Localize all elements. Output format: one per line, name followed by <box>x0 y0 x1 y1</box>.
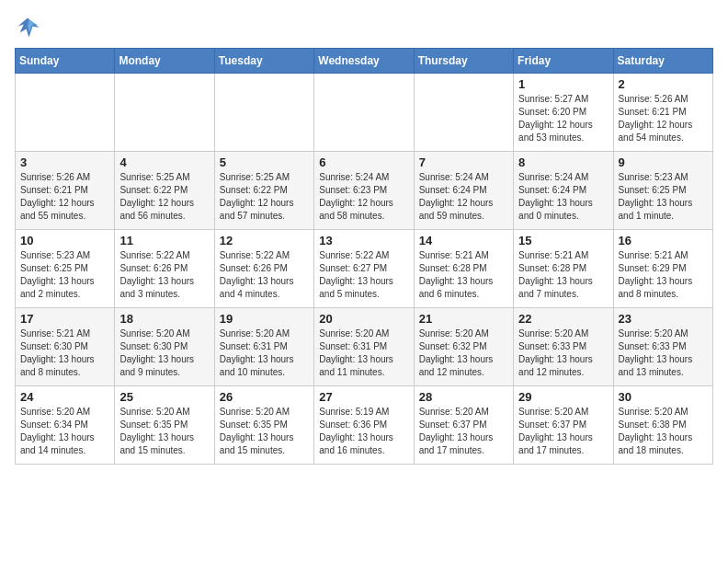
calendar-cell: 4Sunrise: 5:25 AM Sunset: 6:22 PM Daylig… <box>115 152 214 230</box>
day-number: 23 <box>619 312 708 326</box>
header-thursday: Thursday <box>414 49 513 74</box>
calendar-cell <box>115 74 214 152</box>
day-detail: Sunrise: 5:22 AM Sunset: 6:26 PM Dayligh… <box>220 249 309 301</box>
day-detail: Sunrise: 5:23 AM Sunset: 6:25 PM Dayligh… <box>619 171 708 223</box>
day-detail: Sunrise: 5:20 AM Sunset: 6:32 PM Dayligh… <box>419 327 508 379</box>
header-wednesday: Wednesday <box>314 49 414 74</box>
calendar-cell: 18Sunrise: 5:20 AM Sunset: 6:30 PM Dayli… <box>115 308 214 386</box>
calendar-cell: 1Sunrise: 5:27 AM Sunset: 6:20 PM Daylig… <box>514 74 613 152</box>
header-saturday: Saturday <box>613 49 712 74</box>
day-detail: Sunrise: 5:22 AM Sunset: 6:26 PM Dayligh… <box>119 249 209 301</box>
day-detail: Sunrise: 5:20 AM Sunset: 6:33 PM Dayligh… <box>619 327 708 379</box>
calendar-cell: 20Sunrise: 5:20 AM Sunset: 6:31 PM Dayli… <box>314 308 414 386</box>
week-row-1: 1Sunrise: 5:27 AM Sunset: 6:20 PM Daylig… <box>16 74 713 152</box>
day-detail: Sunrise: 5:26 AM Sunset: 6:21 PM Dayligh… <box>20 171 109 223</box>
week-row-2: 3Sunrise: 5:26 AM Sunset: 6:21 PM Daylig… <box>16 152 713 230</box>
day-detail: Sunrise: 5:25 AM Sunset: 6:22 PM Dayligh… <box>220 171 309 223</box>
calendar-cell: 24Sunrise: 5:20 AM Sunset: 6:34 PM Dayli… <box>16 386 115 465</box>
logo-bird-icon <box>15 15 40 40</box>
day-number: 2 <box>619 77 708 91</box>
day-number: 20 <box>319 312 408 326</box>
day-number: 13 <box>319 234 408 247</box>
calendar-cell: 29Sunrise: 5:20 AM Sunset: 6:37 PM Dayli… <box>514 386 613 465</box>
calendar-cell: 13Sunrise: 5:22 AM Sunset: 6:27 PM Dayli… <box>314 230 414 308</box>
day-number: 9 <box>619 155 708 169</box>
day-detail: Sunrise: 5:20 AM Sunset: 6:31 PM Dayligh… <box>319 327 408 379</box>
day-number: 28 <box>419 390 508 404</box>
calendar-table: SundayMondayTuesdayWednesdayThursdayFrid… <box>15 48 713 465</box>
calendar-cell: 23Sunrise: 5:20 AM Sunset: 6:33 PM Dayli… <box>613 308 712 386</box>
header-tuesday: Tuesday <box>214 49 313 74</box>
calendar-cell: 30Sunrise: 5:20 AM Sunset: 6:38 PM Dayli… <box>613 386 712 465</box>
day-number: 8 <box>518 155 608 169</box>
day-detail: Sunrise: 5:22 AM Sunset: 6:27 PM Dayligh… <box>319 249 408 301</box>
day-detail: Sunrise: 5:21 AM Sunset: 6:28 PM Dayligh… <box>419 249 508 301</box>
calendar-cell: 16Sunrise: 5:21 AM Sunset: 6:29 PM Dayli… <box>613 230 712 308</box>
calendar-cell: 12Sunrise: 5:22 AM Sunset: 6:26 PM Dayli… <box>214 230 313 308</box>
calendar-cell: 27Sunrise: 5:19 AM Sunset: 6:36 PM Dayli… <box>314 386 414 465</box>
day-number: 22 <box>518 312 608 326</box>
day-number: 15 <box>518 234 608 247</box>
day-detail: Sunrise: 5:24 AM Sunset: 6:23 PM Dayligh… <box>319 171 408 223</box>
week-row-3: 10Sunrise: 5:23 AM Sunset: 6:25 PM Dayli… <box>16 230 713 308</box>
calendar-cell: 28Sunrise: 5:20 AM Sunset: 6:37 PM Dayli… <box>414 386 513 465</box>
day-number: 10 <box>20 234 109 247</box>
day-detail: Sunrise: 5:24 AM Sunset: 6:24 PM Dayligh… <box>419 171 508 223</box>
day-number: 4 <box>119 155 209 169</box>
day-number: 25 <box>119 390 209 404</box>
calendar-cell: 7Sunrise: 5:24 AM Sunset: 6:24 PM Daylig… <box>414 152 513 230</box>
day-number: 19 <box>220 312 309 326</box>
calendar-cell: 8Sunrise: 5:24 AM Sunset: 6:24 PM Daylig… <box>514 152 613 230</box>
day-number: 30 <box>619 390 708 404</box>
calendar-cell <box>16 74 115 152</box>
day-number: 3 <box>20 155 109 169</box>
day-number: 16 <box>619 234 708 247</box>
day-detail: Sunrise: 5:24 AM Sunset: 6:24 PM Dayligh… <box>518 171 608 223</box>
calendar-header-row: SundayMondayTuesdayWednesdayThursdayFrid… <box>16 49 713 74</box>
calendar-cell <box>314 74 414 152</box>
day-detail: Sunrise: 5:19 AM Sunset: 6:36 PM Dayligh… <box>319 406 408 457</box>
day-detail: Sunrise: 5:20 AM Sunset: 6:35 PM Dayligh… <box>220 406 309 457</box>
calendar-cell <box>414 74 513 152</box>
calendar-cell: 17Sunrise: 5:21 AM Sunset: 6:30 PM Dayli… <box>16 308 115 386</box>
calendar-cell: 3Sunrise: 5:26 AM Sunset: 6:21 PM Daylig… <box>16 152 115 230</box>
day-detail: Sunrise: 5:20 AM Sunset: 6:38 PM Dayligh… <box>619 406 708 457</box>
calendar-cell: 25Sunrise: 5:20 AM Sunset: 6:35 PM Dayli… <box>115 386 214 465</box>
day-detail: Sunrise: 5:27 AM Sunset: 6:20 PM Dayligh… <box>518 93 608 144</box>
day-detail: Sunrise: 5:25 AM Sunset: 6:22 PM Dayligh… <box>119 171 209 223</box>
calendar-cell: 21Sunrise: 5:20 AM Sunset: 6:32 PM Dayli… <box>414 308 513 386</box>
calendar-cell: 2Sunrise: 5:26 AM Sunset: 6:21 PM Daylig… <box>613 74 712 152</box>
day-number: 7 <box>419 155 508 169</box>
calendar-cell: 6Sunrise: 5:24 AM Sunset: 6:23 PM Daylig… <box>314 152 414 230</box>
day-detail: Sunrise: 5:20 AM Sunset: 6:35 PM Dayligh… <box>119 406 209 457</box>
week-row-5: 24Sunrise: 5:20 AM Sunset: 6:34 PM Dayli… <box>16 386 713 465</box>
day-number: 14 <box>419 234 508 247</box>
logo <box>15 15 44 40</box>
calendar-cell: 19Sunrise: 5:20 AM Sunset: 6:31 PM Dayli… <box>214 308 313 386</box>
day-number: 18 <box>119 312 209 326</box>
day-detail: Sunrise: 5:21 AM Sunset: 6:29 PM Dayligh… <box>619 249 708 301</box>
day-detail: Sunrise: 5:26 AM Sunset: 6:21 PM Dayligh… <box>619 93 708 144</box>
calendar-cell <box>214 74 313 152</box>
day-number: 21 <box>419 312 508 326</box>
day-number: 12 <box>220 234 309 247</box>
calendar-cell: 9Sunrise: 5:23 AM Sunset: 6:25 PM Daylig… <box>613 152 712 230</box>
day-detail: Sunrise: 5:20 AM Sunset: 6:30 PM Dayligh… <box>119 327 209 379</box>
day-number: 11 <box>119 234 209 247</box>
day-number: 27 <box>319 390 408 404</box>
calendar-cell: 26Sunrise: 5:20 AM Sunset: 6:35 PM Dayli… <box>214 386 313 465</box>
day-detail: Sunrise: 5:20 AM Sunset: 6:33 PM Dayligh… <box>518 327 608 379</box>
day-detail: Sunrise: 5:21 AM Sunset: 6:28 PM Dayligh… <box>518 249 608 301</box>
day-number: 1 <box>518 77 608 91</box>
day-number: 5 <box>220 155 309 169</box>
day-number: 29 <box>518 390 608 404</box>
day-number: 17 <box>20 312 109 326</box>
day-number: 24 <box>20 390 109 404</box>
week-row-4: 17Sunrise: 5:21 AM Sunset: 6:30 PM Dayli… <box>16 308 713 386</box>
header-sunday: Sunday <box>16 49 115 74</box>
day-number: 26 <box>220 390 309 404</box>
calendar-cell: 11Sunrise: 5:22 AM Sunset: 6:26 PM Dayli… <box>115 230 214 308</box>
day-number: 6 <box>319 155 408 169</box>
calendar-cell: 15Sunrise: 5:21 AM Sunset: 6:28 PM Dayli… <box>514 230 613 308</box>
header-friday: Friday <box>514 49 613 74</box>
